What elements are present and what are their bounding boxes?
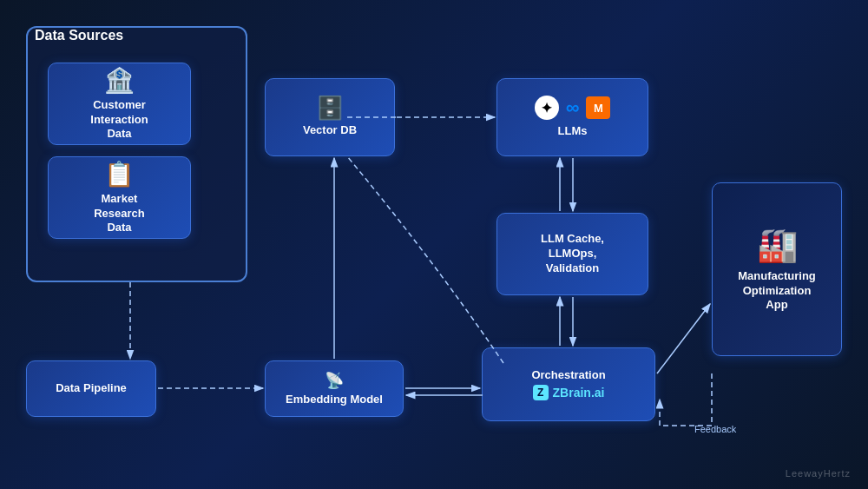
node-llm-cache: LLM Cache,LLMOps,Validation [496,213,648,295]
svg-line-12 [657,304,710,373]
manufacturing-icon: 🏭 [757,226,798,264]
node-market: 📋 MarketResearchData [48,156,191,239]
market-label: MarketResearchData [94,192,145,236]
data-sources-title: Data Sources [35,28,123,43]
embedding-label: Embedding Model [286,393,383,407]
bank-icon: 🏦 [104,66,135,95]
node-customer: 🏦 CustomerInteractionData [48,63,191,145]
orchestration-label: Orchestration [531,368,605,383]
meta-icon: ∞ [566,96,580,119]
zbrain-z-icon: Z [533,385,549,400]
llm-icons-row: ✦ ∞ M [535,96,611,120]
chip-icon: 📡 [325,371,344,390]
llms-label: LLMs [558,124,588,139]
customer-label: CustomerInteractionData [90,98,148,142]
openai-icon: ✦ [535,96,559,120]
node-vector-db: 🗄️ Vector DB [265,78,395,156]
node-orchestration: Orchestration Z ZBrain.ai [482,347,655,421]
zbrain-text: ZBrain.ai [553,386,605,400]
watermark: LeewayHertz [786,468,851,479]
clipboard-icon: 📋 [104,160,135,188]
node-manufacturing: 🏭 ManufacturingOptimizationApp [712,182,842,356]
data-pipeline-label: Data Pipeline [56,381,127,396]
zbrain-logo: Z ZBrain.ai [533,385,605,400]
mistral-icon: M [586,96,610,119]
vector-db-label: Vector DB [303,123,357,138]
node-embedding: 📡 Embedding Model [265,360,404,417]
node-data-pipeline: Data Pipeline [26,360,156,417]
database-icon: 🗄️ [316,96,344,119]
feedback-label: Feedback [694,424,736,434]
llm-cache-label: LLM Cache,LLMOps,Validation [541,232,604,276]
manufacturing-label: ManufacturingOptimizationApp [738,269,816,314]
node-llms: ✦ ∞ M LLMs [496,78,648,156]
